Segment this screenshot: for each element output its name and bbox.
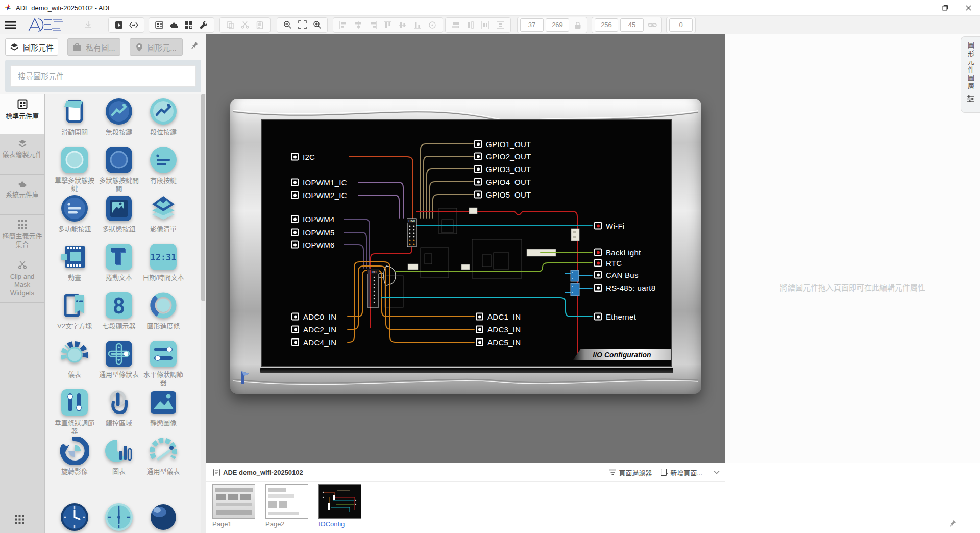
widget-item[interactable]: [96, 503, 142, 531]
port-label-gpio3-out[interactable]: GPIO3_OUT: [474, 165, 531, 174]
port-label-gpio4-out[interactable]: GPIO4_OUT: [474, 178, 531, 186]
port-label-gpio2-out[interactable]: GPIO2_OUT: [474, 152, 531, 161]
add-page-button[interactable]: 新增頁面...: [661, 468, 702, 477]
port-label-adc3-in[interactable]: ADC3_IN: [476, 325, 521, 334]
width-field[interactable]: [595, 18, 618, 32]
page-thumbnail[interactable]: [318, 484, 361, 519]
port-label-iopwm4[interactable]: IOPWM4: [291, 215, 335, 224]
widget-label: 靜態圖像: [140, 419, 186, 427]
category-4[interactable]: 極簡主義元件集合: [0, 215, 44, 255]
port-label-can-bus[interactable]: CAN Bus: [594, 271, 639, 279]
widget-item[interactable]: [52, 503, 97, 531]
zoom-out-icon[interactable]: [281, 18, 294, 32]
port-label-backlight[interactable]: BackLight: [594, 248, 641, 257]
device-screen[interactable]: CN8 CN9 I2CIOPWM1_ICIOPWM2_ICIOPWM4IOPWM…: [261, 119, 672, 367]
rotation-field[interactable]: [669, 18, 693, 32]
widget-item[interactable]: 有段按鍵: [140, 146, 186, 185]
chevron-down-icon[interactable]: [714, 470, 720, 474]
panel-icon[interactable]: [153, 18, 166, 32]
panel-pushpin-icon[interactable]: [949, 520, 957, 527]
apps-grid-icon[interactable]: [15, 515, 24, 524]
widget-item[interactable]: 水平條狀調節器: [140, 340, 186, 387]
widget-item[interactable]: 無段按鍵: [96, 97, 142, 136]
port-label-adc4-in[interactable]: ADC4_IN: [291, 338, 336, 347]
widget-item[interactable]: 8七段顯示器: [96, 291, 142, 330]
port-label-i2c[interactable]: I2C: [291, 153, 315, 161]
pushpin-icon[interactable]: [191, 41, 199, 49]
widget-item[interactable]: 垂直條狀調節器: [52, 388, 97, 435]
port-text: GPIO4_OUT: [486, 178, 531, 186]
widget-item[interactable]: 段位按鍵: [140, 97, 186, 136]
port-label-rs-485-uart8[interactable]: RS-485: uart8: [594, 284, 655, 293]
category-5[interactable]: Clip and Mask Widgets: [0, 255, 44, 303]
port-label-iopwm5[interactable]: IOPWM5: [291, 228, 335, 237]
widget-item[interactable]: 通用型儀表: [140, 437, 186, 476]
blocks-icon[interactable]: [182, 18, 195, 32]
widget-item[interactable]: V2文字方塊: [52, 291, 97, 330]
widget-item[interactable]: 靜態圖像: [140, 388, 186, 427]
run-icon[interactable]: [112, 18, 126, 32]
port-label-adc2-in[interactable]: ADC2_IN: [291, 325, 336, 334]
code-icon[interactable]: [127, 18, 140, 32]
category-3[interactable]: 系統元件庫: [0, 175, 44, 215]
widget-item[interactable]: 儀表: [52, 340, 97, 379]
page-item-page2[interactable]: Page2: [265, 484, 308, 528]
port-label-ethernet[interactable]: Ethernet: [594, 312, 636, 321]
widget-item[interactable]: 圓形進度條: [140, 291, 186, 330]
minimize-button[interactable]: [910, 0, 933, 15]
widget-item[interactable]: 觸控區域: [96, 388, 142, 427]
y-field[interactable]: [546, 18, 569, 32]
zoom-in-icon[interactable]: [310, 18, 324, 32]
port-label-rtc[interactable]: RTC: [594, 259, 622, 268]
search-input[interactable]: [10, 65, 196, 87]
port-label-adc0-in[interactable]: ADC0_IN: [291, 312, 336, 321]
port-dot-icon: [474, 178, 482, 186]
widget-item[interactable]: 影像清單: [140, 194, 186, 233]
category-1[interactable]: 標準元件庫: [0, 94, 44, 134]
page-thumbnail[interactable]: [265, 484, 308, 519]
maximize-button[interactable]: [933, 0, 957, 15]
port-label-wi-fi[interactable]: Wi-Fi: [594, 222, 624, 230]
zoom-fit-icon[interactable]: [296, 18, 309, 32]
page-name: Page2: [265, 520, 308, 528]
port-label-gpio5-out[interactable]: GPIO5_OUT: [474, 190, 531, 199]
port-label-iopwm1-ic[interactable]: IOPWM1_IC: [291, 178, 347, 187]
widget-item[interactable]: 旋轉影像: [52, 437, 97, 476]
port-label-iopwm2-ic[interactable]: IOPWM2_IC: [291, 191, 347, 200]
io-configuration-banner[interactable]: I/O Configuration: [573, 349, 671, 360]
port-label-adc1-in[interactable]: ADC1_IN: [476, 312, 521, 321]
widget-item[interactable]: 通用型條狀表: [96, 340, 142, 379]
widget-item[interactable]: 滑動開關: [52, 97, 97, 136]
library-tab-3[interactable]: 圖形元...: [130, 38, 183, 56]
library-tab-2[interactable]: 私有圖...: [67, 38, 120, 56]
port-label-iopwm6[interactable]: IOPWM6: [291, 240, 335, 249]
widget-item[interactable]: 多狀態按鈕: [96, 194, 142, 233]
widget-item[interactable]: 單擊多狀態按鍵: [52, 146, 97, 193]
category-2[interactable]: 儀表繪製元件: [0, 134, 44, 175]
library-tab-1[interactable]: 圖形元件: [5, 38, 58, 56]
page-thumbnail[interactable]: [212, 484, 255, 519]
widget-item[interactable]: 多功能按鈕: [52, 194, 97, 233]
port-label-adc5-in[interactable]: ADC5_IN: [476, 338, 521, 347]
puzzle-icon[interactable]: [167, 18, 181, 32]
port-label-gpio1-out[interactable]: GPIO1_OUT: [474, 140, 531, 149]
widget-item[interactable]: 多狀態按鍵開關: [96, 146, 142, 193]
design-canvas[interactable]: CN8 CN9 I2CIOPWM1_ICIOPWM2_ICIOPWM4IOPWM…: [206, 34, 725, 463]
close-button[interactable]: [957, 0, 980, 15]
sliders-icon[interactable]: [967, 95, 974, 103]
widget-item[interactable]: 捲動文本: [96, 243, 142, 282]
page-item-ioconfig[interactable]: IOConfig: [318, 484, 361, 528]
svg-text:12:31: 12:31: [150, 252, 176, 262]
widget-item[interactable]: [140, 503, 186, 531]
menu-icon[interactable]: [4, 18, 17, 32]
page-filter-button[interactable]: 頁面過濾器: [609, 468, 652, 477]
x-field[interactable]: [520, 18, 544, 32]
height-field[interactable]: [620, 18, 644, 32]
wrench-icon[interactable]: [197, 18, 210, 32]
widget-grid-scrollbar[interactable]: [201, 94, 206, 533]
page-item-page1[interactable]: Page1: [212, 484, 255, 528]
widget-item[interactable]: 圖表: [96, 437, 142, 476]
widget-item[interactable]: 12:31日期/時間文本: [140, 243, 186, 282]
layers-collapsed-tab[interactable]: 圖形元件圖層: [961, 36, 980, 113]
widget-item[interactable]: 動畫: [52, 243, 97, 282]
